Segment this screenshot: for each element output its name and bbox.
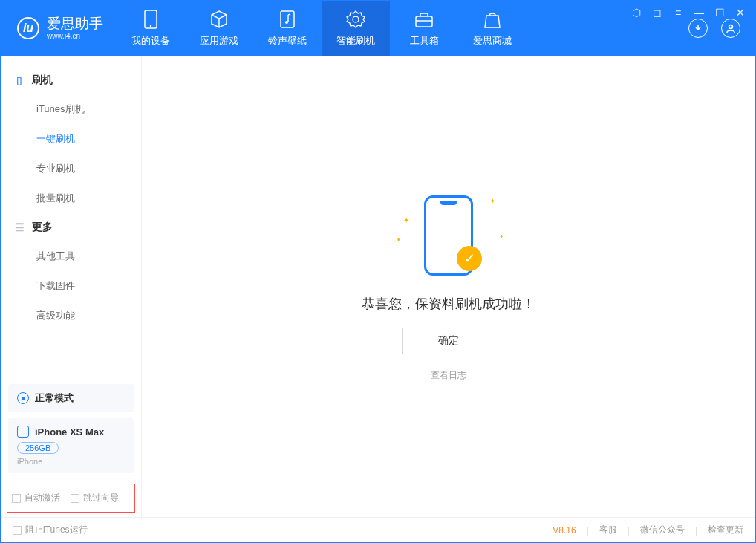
app-name-cn: 爱思助手 xyxy=(47,16,103,32)
checkbox-block-itunes[interactable]: 阻止iTunes运行 xyxy=(13,524,88,536)
tab-label: 智能刷机 xyxy=(336,34,375,48)
header-right xyxy=(688,19,755,47)
checkbox-label: 跳过向导 xyxy=(83,492,119,504)
top-tabs: 我的设备 应用游戏 铃声壁纸 智能刷机 工具箱 爱思商城 xyxy=(117,1,630,56)
sidebar-main: ▯ 刷机 iTunes刷机 一键刷机 专业刷机 批量刷机 ☰ 更多 其他工具 下… xyxy=(1,56,141,384)
tab-label: 应用游戏 xyxy=(200,34,238,48)
device-icon xyxy=(17,426,29,438)
tab-store[interactable]: 爱思商城 xyxy=(458,1,527,56)
menu-icon: ☰ xyxy=(14,221,25,233)
checkbox-auto-activate[interactable]: 自动激活 xyxy=(12,492,60,504)
logo-icon: iu xyxy=(17,17,39,39)
tab-toolbox[interactable]: 工具箱 xyxy=(390,1,458,56)
tab-label: 工具箱 xyxy=(410,34,439,48)
sparkle-icon: ✦ xyxy=(403,216,409,224)
user-button[interactable] xyxy=(721,19,740,38)
group-title: 刷机 xyxy=(32,74,53,87)
tab-label: 铃声壁纸 xyxy=(268,34,307,48)
checkbox-icon xyxy=(13,526,22,535)
checkbox-skip-guide[interactable]: 跳过向导 xyxy=(71,492,119,504)
check-badge-icon: ✓ xyxy=(457,246,482,271)
footer: 阻止iTunes运行 V8.16 | 客服 | 微信公众号 | 检查更新 xyxy=(1,517,755,542)
sparkle-icon: • xyxy=(397,235,400,244)
shirt-icon[interactable]: ⬡ xyxy=(630,7,642,19)
download-button[interactable] xyxy=(688,19,708,38)
toolbox-icon xyxy=(414,10,434,29)
success-message: 恭喜您，保资料刷机成功啦！ xyxy=(362,295,535,313)
device-card[interactable]: iPhone XS Max 256GB iPhone xyxy=(8,418,134,473)
header: iu 爱思助手 www.i4.cn 我的设备 应用游戏 铃声壁纸 智能刷机 xyxy=(1,1,755,56)
logo: iu 爱思助手 www.i4.cn xyxy=(1,1,117,56)
maximize-button[interactable]: ☐ xyxy=(714,7,726,19)
lock-icon[interactable]: ◻ xyxy=(651,7,663,19)
sparkle-icon: • xyxy=(500,233,503,241)
app-window: iu 爱思助手 www.i4.cn 我的设备 应用游戏 铃声壁纸 智能刷机 xyxy=(0,0,756,543)
body: ▯ 刷机 iTunes刷机 一键刷机 专业刷机 批量刷机 ☰ 更多 其他工具 下… xyxy=(1,56,755,517)
checkbox-icon xyxy=(71,494,79,503)
svg-point-4 xyxy=(353,16,359,22)
bag-icon xyxy=(483,10,502,29)
sidebar-item-firmware[interactable]: 下载固件 xyxy=(1,271,141,301)
minimize-button[interactable]: ― xyxy=(693,7,705,19)
gear-icon xyxy=(346,10,365,29)
sidebar-cards: 正常模式 iPhone XS Max 256GB iPhone xyxy=(1,384,141,479)
success-illustration: ✦ • ✦ • ✓ xyxy=(393,191,504,280)
sidebar-group-flash: ▯ 刷机 xyxy=(1,66,141,94)
checkbox-label: 自动激活 xyxy=(25,492,60,504)
logo-text: 爱思助手 www.i4.cn xyxy=(47,16,103,40)
sidebar: ▯ 刷机 iTunes刷机 一键刷机 专业刷机 批量刷机 ☰ 更多 其他工具 下… xyxy=(1,56,142,517)
device-icon xyxy=(141,10,160,29)
sidebar-item-batch[interactable]: 批量刷机 xyxy=(1,183,141,213)
separator: | xyxy=(587,525,589,536)
sidebar-item-oneclick[interactable]: 一键刷机 xyxy=(1,124,141,154)
main-content: ✦ • ✦ • ✓ 恭喜您，保资料刷机成功啦！ 确定 查看日志 xyxy=(142,56,755,517)
support-link[interactable]: 客服 xyxy=(599,524,617,536)
mode-card[interactable]: 正常模式 xyxy=(8,384,134,412)
sidebar-item-other[interactable]: 其他工具 xyxy=(1,241,141,271)
sidebar-item-advanced[interactable]: 高级功能 xyxy=(1,301,141,331)
group-title: 更多 xyxy=(32,221,53,234)
sparkle-icon: ✦ xyxy=(489,197,495,205)
svg-point-6 xyxy=(729,25,733,29)
tab-label: 爱思商城 xyxy=(473,34,512,48)
tab-my-device[interactable]: 我的设备 xyxy=(117,1,185,56)
view-log-link[interactable]: 查看日志 xyxy=(431,369,466,382)
ok-button[interactable]: 确定 xyxy=(402,328,495,354)
tab-ringtones[interactable]: 铃声壁纸 xyxy=(253,1,322,56)
options-box: 自动激活 跳过向导 xyxy=(7,484,135,513)
cube-icon xyxy=(209,10,229,29)
sidebar-item-itunes[interactable]: iTunes刷机 xyxy=(1,94,141,124)
menu-icon[interactable]: ≡ xyxy=(672,7,684,19)
sidebar-group-more: ☰ 更多 xyxy=(1,213,141,241)
app-name-en: www.i4.cn xyxy=(47,32,103,40)
storage-pill: 256GB xyxy=(17,442,59,454)
update-link[interactable]: 检查更新 xyxy=(708,524,743,536)
wechat-link[interactable]: 微信公众号 xyxy=(640,524,685,536)
mode-icon xyxy=(17,392,29,404)
device-type: iPhone xyxy=(17,457,125,466)
tab-apps[interactable]: 应用游戏 xyxy=(185,1,253,56)
close-button[interactable]: ✕ xyxy=(734,7,746,19)
device-name: iPhone XS Max xyxy=(35,426,104,438)
svg-point-3 xyxy=(285,21,288,24)
checkbox-icon xyxy=(12,494,21,503)
tab-flash[interactable]: 智能刷机 xyxy=(322,1,390,56)
svg-rect-2 xyxy=(281,11,294,27)
music-icon xyxy=(278,10,297,29)
separator: | xyxy=(695,525,697,536)
version-label: V8.16 xyxy=(553,525,576,536)
separator: | xyxy=(628,525,630,536)
svg-point-1 xyxy=(150,25,151,26)
mode-label: 正常模式 xyxy=(35,391,74,405)
checkbox-label: 阻止iTunes运行 xyxy=(25,524,88,536)
phone-icon: ▯ xyxy=(14,74,25,86)
titlebar-controls: ⬡ ◻ ≡ ― ☐ ✕ xyxy=(630,1,755,19)
svg-rect-5 xyxy=(416,16,432,27)
sidebar-item-pro[interactable]: 专业刷机 xyxy=(1,154,141,183)
tab-label: 我的设备 xyxy=(131,34,170,48)
